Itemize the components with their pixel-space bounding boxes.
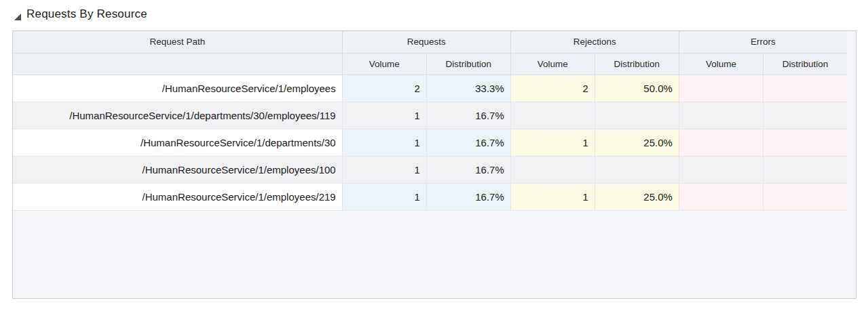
panel-title: Requests By Resource: [26, 7, 147, 21]
col-header-errors: Errors: [679, 31, 847, 53]
sub-header-requests-volume: Volume: [342, 53, 426, 75]
cell-requests-distribution: 16.7%: [426, 183, 510, 210]
col-header-rejections: Rejections: [510, 31, 679, 53]
cell-errors-volume: [679, 156, 763, 183]
cell-errors-volume: [679, 183, 763, 210]
cell-errors-volume: [679, 129, 763, 156]
cell-rejections-volume: 2: [510, 75, 595, 102]
sub-header-rejections-distribution: Distribution: [595, 53, 679, 75]
col-header-requests: Requests: [342, 31, 510, 53]
cell-rejections-volume: [510, 156, 595, 183]
cell-request-path: /HumanResourceService/1/employees/100: [13, 156, 342, 183]
table-sub-header-row: Volume Distribution Volume Distribution …: [13, 53, 848, 75]
cell-errors-distribution: [763, 156, 847, 183]
requests-by-resource-panel: Request Path Requests Rejections Errors …: [12, 30, 856, 299]
cell-request-path: /HumanResourceService/1/employees: [13, 75, 342, 102]
cell-requests-distribution: 33.3%: [426, 75, 510, 102]
cell-rejections-distribution: 25.0%: [595, 129, 679, 156]
cell-requests-distribution: 16.7%: [426, 156, 510, 183]
cell-requests-volume: 1: [342, 129, 426, 156]
cell-request-path: /HumanResourceService/1/employees/219: [13, 183, 342, 210]
collapse-triangle-icon[interactable]: [14, 12, 22, 20]
cell-requests-volume: 1: [342, 102, 426, 129]
cell-rejections-distribution: [595, 156, 679, 183]
cell-rejections-volume: [510, 102, 595, 129]
table-row[interactable]: /HumanResourceService/1/employees 2 33.3…: [13, 75, 848, 102]
cell-requests-volume: 1: [342, 183, 426, 210]
col-header-request-path: Request Path: [13, 31, 342, 53]
table-group-header-row: Request Path Requests Rejections Errors: [13, 31, 848, 53]
scrollbar-gutter[interactable]: [847, 31, 856, 298]
sub-header-errors-distribution: Distribution: [763, 53, 847, 75]
table-row[interactable]: /HumanResourceService/1/departments/30 1…: [13, 129, 848, 156]
table-row[interactable]: /HumanResourceService/1/departments/30/e…: [13, 102, 848, 129]
table-row[interactable]: /HumanResourceService/1/employees/219 1 …: [13, 183, 848, 210]
cell-errors-volume: [679, 75, 763, 102]
cell-errors-distribution: [763, 75, 847, 102]
cell-rejections-distribution: 50.0%: [595, 75, 679, 102]
cell-errors-distribution: [763, 129, 847, 156]
sub-header-empty: [13, 53, 342, 75]
cell-rejections-volume: 1: [510, 129, 595, 156]
requests-by-resource-table: Request Path Requests Rejections Errors …: [13, 31, 848, 211]
cell-errors-volume: [679, 102, 763, 129]
cell-requests-volume: 2: [342, 75, 426, 102]
cell-rejections-distribution: [595, 102, 679, 129]
cell-request-path: /HumanResourceService/1/departments/30/e…: [13, 102, 342, 129]
sub-header-rejections-volume: Volume: [510, 53, 595, 75]
cell-errors-distribution: [763, 183, 847, 210]
cell-requests-distribution: 16.7%: [426, 129, 510, 156]
table-row[interactable]: /HumanResourceService/1/employees/100 1 …: [13, 156, 848, 183]
sub-header-requests-distribution: Distribution: [426, 53, 510, 75]
panel-header: Requests By Resource: [14, 7, 147, 21]
cell-requests-distribution: 16.7%: [426, 102, 510, 129]
cell-requests-volume: 1: [342, 156, 426, 183]
cell-request-path: /HumanResourceService/1/departments/30: [13, 129, 342, 156]
cell-rejections-distribution: 25.0%: [595, 183, 679, 210]
cell-errors-distribution: [763, 102, 847, 129]
sub-header-errors-volume: Volume: [679, 53, 763, 75]
cell-rejections-volume: 1: [510, 183, 595, 210]
